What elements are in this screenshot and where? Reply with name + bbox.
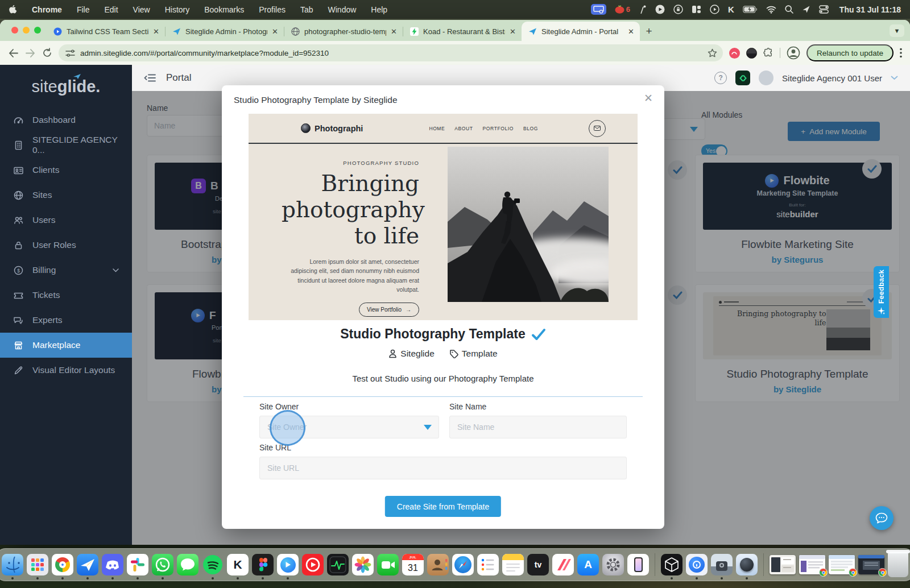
dock-youtube-music[interactable] [302,554,324,575]
k-app-icon[interactable]: K [728,5,734,14]
close-tab-icon[interactable]: ✕ [153,27,159,36]
close-window-button[interactable] [11,27,18,34]
battery-icon[interactable] [743,6,758,13]
tab-siteglide-portal-active[interactable]: Siteglide Admin - Portal ✕ [522,22,640,41]
dock-contacts[interactable] [427,554,449,575]
zoom-window-button[interactable] [34,27,41,34]
profile-icon[interactable] [787,46,800,60]
forward-button[interactable] [25,48,36,58]
window-controls[interactable] [11,27,41,34]
dock-keka[interactable]: K [227,554,249,575]
card-author[interactable]: by Siteglide [703,384,892,394]
help-icon[interactable]: ? [714,72,727,84]
dock-spark-mail[interactable] [77,554,98,575]
dock-calendar[interactable]: JUL 31 [402,554,424,575]
sidebar-item-tickets[interactable]: Tickets [0,283,132,308]
extensions-puzzle-icon[interactable] [763,48,774,58]
bookmark-star-icon[interactable] [708,48,717,57]
dock-app-store[interactable]: A [577,554,599,575]
play-circle-icon[interactable] [710,5,719,14]
extension-icon-dark[interactable] [746,48,757,59]
dock-trash[interactable] [888,552,908,577]
new-tab-button[interactable]: + [640,22,658,41]
menubar-app-name[interactable]: Chrome [32,5,62,14]
tab-tailwind[interactable]: Tailwind CSS Team Sections ✕ [47,22,165,41]
close-tab-icon[interactable]: ✕ [628,27,634,36]
reload-button[interactable] [42,48,52,58]
site-info-icon[interactable] [65,49,75,57]
dock-minimized-window-2[interactable] [799,555,825,574]
apple-menu-icon[interactable] [9,5,17,14]
dock-minimized-window-1[interactable] [770,555,796,574]
address-bar[interactable]: admin.siteglide.com/#/portal/community/m… [59,44,723,61]
dock-iphone-mirroring[interactable] [627,554,649,575]
sidebar-collapse-icon[interactable] [144,73,156,83]
sidebar-item-visual-editor-layouts[interactable]: Visual Editor Layouts [0,358,132,383]
pomodoro-timer-icon[interactable]: 6 [615,5,630,14]
user-name[interactable]: Siteglide Agency 001 User [782,73,882,83]
close-tab-icon[interactable]: ✕ [272,27,278,36]
relaunch-to-update-button[interactable]: Relaunch to update [806,44,894,61]
tab-photographer-template[interactable]: photographer-studio-templat ✕ [284,22,403,41]
dock-photos[interactable] [352,554,374,575]
menu-file[interactable]: File [77,5,90,14]
dock-safari[interactable] [452,554,474,575]
dock-minimized-window-4[interactable] [858,555,884,574]
dock-system-settings[interactable] [602,554,624,575]
dock-chrome[interactable] [52,554,73,575]
sidebar-item-users[interactable]: Users [0,208,132,233]
dock-notes[interactable] [502,554,524,575]
sidebar-item-user-roles[interactable]: User Roles [0,233,132,258]
site-url-input[interactable] [260,457,626,479]
create-site-button[interactable]: Create Site from Template [385,496,501,517]
record-status-icon[interactable] [655,5,665,14]
close-tab-icon[interactable]: ✕ [391,27,397,36]
menubar-clock[interactable]: Thu 31 Jul 11:18 [839,5,901,14]
dock-facetime[interactable] [377,554,399,575]
sidebar-item-billing[interactable]: $ Billing [0,258,132,283]
browser-menu-icon[interactable] [900,48,902,58]
sidebar-item-marketplace[interactable]: Marketplace [0,333,132,358]
dock-3d-tool[interactable] [661,554,682,575]
dock-launchpad[interactable] [27,554,48,575]
dock-reminders[interactable] [477,554,499,575]
menu-help[interactable]: Help [371,5,387,14]
sidebar-item-agency[interactable]: SITEGLIDE AGENCY 0... [0,132,132,158]
sidebar-item-dashboard[interactable]: Dashboard [0,107,132,132]
sidebar-item-sites[interactable]: Sites [0,183,132,208]
dock-whatsapp[interactable] [152,554,173,575]
wifi-icon[interactable] [766,6,776,14]
dock-minimized-window-3[interactable] [829,555,855,574]
dock-figma[interactable] [252,554,274,575]
dock-apple-tv[interactable]: tv [527,554,549,575]
template-card-flowbite-marketing[interactable]: Flowbite Marketing Site Template Built f… [695,155,900,272]
card-author[interactable]: by Sitegurus [703,255,892,264]
dock-finder[interactable] [2,554,23,575]
user-avatar[interactable] [759,71,774,85]
modal-close-icon[interactable]: ✕ [644,92,653,105]
add-new-module-button[interactable]: + Add new Module [788,122,880,141]
close-tab-icon[interactable]: ✕ [510,27,516,36]
window-manager-icon[interactable] [692,5,701,14]
back-button[interactable] [8,48,19,58]
spotlight-search-icon[interactable] [785,5,793,14]
tab-siteglide-photography[interactable]: Siteglide Admin - Photograph ✕ [166,22,284,41]
menu-bookmarks[interactable]: Bookmarks [204,5,244,14]
capture-lock-icon[interactable] [673,5,683,14]
feedback-tab[interactable]: Feedback [874,266,889,318]
menu-window[interactable]: Window [328,5,357,14]
location-icon[interactable] [802,5,810,14]
dock-spotify[interactable] [202,554,224,575]
extension-icon-pink[interactable] [729,48,740,59]
template-card-studio-photography[interactable]: Bringing photography to life Studio Phot… [695,284,900,402]
menu-view[interactable]: View [133,5,150,14]
dock-push-button[interactable] [736,554,758,575]
tab-search-chevron[interactable]: ▼ [890,24,904,37]
dock-slack[interactable] [127,554,148,575]
dock-camera-preview[interactable] [711,554,733,575]
url-text[interactable]: admin.siteglide.com/#/portal/community/m… [80,49,702,57]
dock-video-app[interactable] [277,554,299,575]
user-chevron-down-icon[interactable] [891,76,898,80]
all-modules-toggle[interactable]: Yes [701,144,727,158]
menu-history[interactable]: History [165,5,190,14]
